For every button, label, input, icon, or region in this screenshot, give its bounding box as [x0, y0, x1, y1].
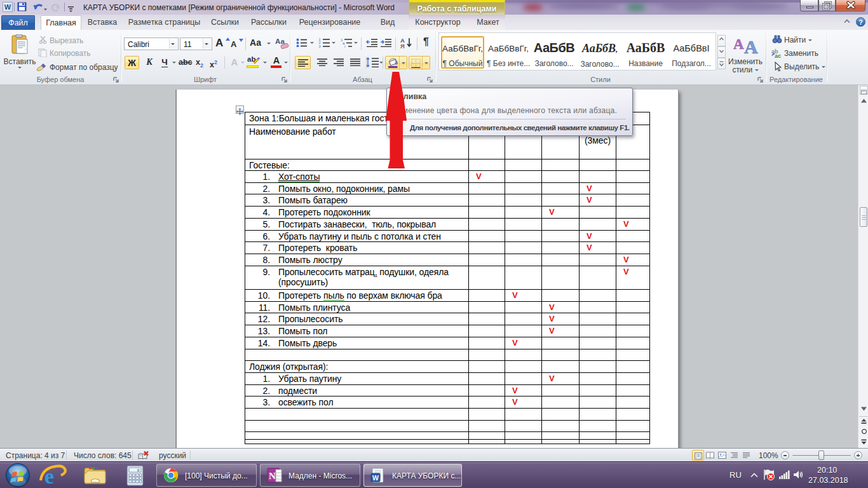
svg-text:W: W — [372, 474, 379, 482]
svg-text:А: А — [733, 36, 744, 52]
svg-text:Аа: Аа — [275, 37, 285, 45]
svg-text:А: А — [744, 36, 758, 54]
svg-text:Я: Я — [400, 43, 405, 48]
svg-text:i: i — [344, 44, 345, 48]
svg-text:3: 3 — [319, 44, 321, 48]
svg-text:N: N — [269, 471, 276, 481]
svg-text:ac: ac — [775, 53, 781, 58]
